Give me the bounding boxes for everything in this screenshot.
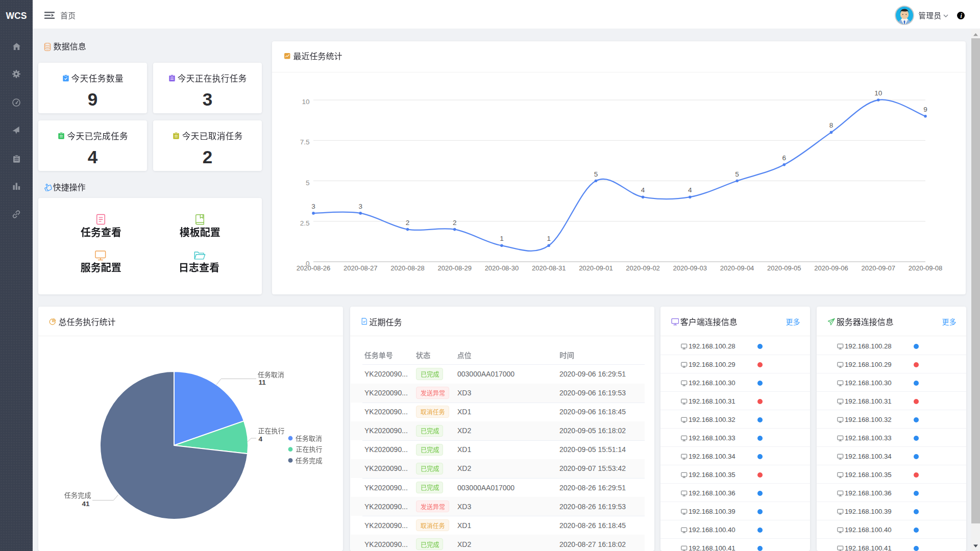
svg-text:2020-09-08: 2020-09-08: [909, 264, 943, 272]
svg-text:6: 6: [782, 154, 787, 162]
svg-text:2020-09-07: 2020-09-07: [862, 264, 896, 272]
svg-text:5: 5: [306, 179, 310, 187]
svg-text:2020-09-06: 2020-09-06: [814, 264, 848, 272]
svg-text:3: 3: [358, 203, 362, 210]
svg-text:2020-08-30: 2020-08-30: [485, 264, 519, 272]
svg-text:10: 10: [874, 89, 882, 97]
svg-text:5: 5: [735, 170, 739, 178]
svg-text:2020-08-29: 2020-08-29: [437, 264, 472, 272]
svg-text:2.5: 2.5: [300, 219, 310, 227]
svg-text:2020-09-04: 2020-09-04: [720, 264, 754, 272]
svg-text:4: 4: [688, 186, 692, 194]
svg-text:2: 2: [453, 219, 457, 227]
svg-text:7.5: 7.5: [300, 138, 310, 146]
svg-text:3: 3: [311, 203, 315, 210]
svg-text:2020-09-03: 2020-09-03: [673, 264, 707, 272]
svg-text:9: 9: [923, 106, 927, 113]
svg-text:2: 2: [406, 219, 410, 227]
svg-text:5: 5: [594, 170, 598, 178]
svg-text:2020-08-28: 2020-08-28: [390, 264, 425, 272]
svg-text:1: 1: [547, 235, 551, 242]
svg-text:1: 1: [500, 235, 504, 242]
svg-text:2020-09-01: 2020-09-01: [579, 264, 613, 272]
svg-text:2020-08-27: 2020-08-27: [344, 264, 378, 272]
svg-text:4: 4: [641, 186, 645, 194]
svg-text:2020-08-31: 2020-08-31: [532, 264, 566, 272]
svg-text:2020-09-05: 2020-09-05: [767, 264, 801, 272]
svg-text:10: 10: [302, 98, 309, 106]
svg-text:2020-08-26: 2020-08-26: [297, 264, 331, 272]
svg-text:2020-09-02: 2020-09-02: [626, 264, 660, 272]
svg-text:8: 8: [829, 121, 834, 129]
